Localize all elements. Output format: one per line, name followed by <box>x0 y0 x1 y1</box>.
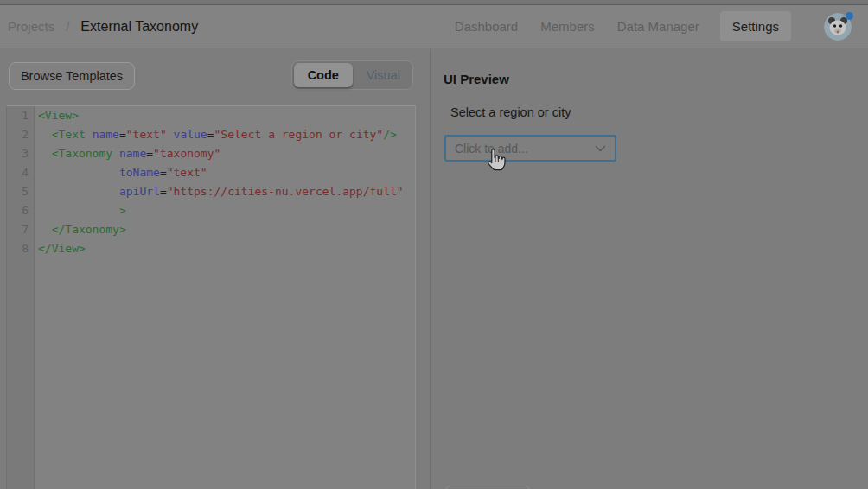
line-number: 3 <box>7 147 34 166</box>
user-avatar[interactable] <box>824 13 852 41</box>
nav-item-settings[interactable]: Settings <box>720 11 791 41</box>
line-number: 1 <box>7 109 34 128</box>
code-line[interactable]: <View> <box>38 109 415 128</box>
labeling-config-code-editor[interactable]: 12345678 <View> <Text name="text" value=… <box>6 105 416 489</box>
code-line[interactable]: <Taxonomy name="taxonomy" <box>38 147 415 166</box>
toggle-option-visual[interactable]: Visual <box>354 61 413 89</box>
line-number: 6 <box>7 204 34 223</box>
editor-code[interactable]: <View> <Text name="text" value="Select a… <box>35 106 415 489</box>
top-navigation-bar: Projects / External Taxonomy Dashboard M… <box>0 5 868 48</box>
line-number: 8 <box>7 242 34 261</box>
line-number: 5 <box>7 185 34 204</box>
code-line[interactable]: <Text name="text" value="Select a region… <box>38 128 415 147</box>
breadcrumb-projects-link[interactable]: Projects <box>8 19 54 34</box>
browse-templates-label: Browse Templates <box>21 69 123 83</box>
line-number: 2 <box>7 128 34 147</box>
nav-item-data-manager[interactable]: Data Manager <box>616 12 701 41</box>
code-line[interactable]: > <box>38 204 415 223</box>
preview-task-text: Select a region or city <box>450 105 571 119</box>
taxonomy-dropdown[interactable]: Click to add... <box>444 135 616 162</box>
project-nav: Dashboard Members Data Manager Settings <box>444 11 868 41</box>
partially-visible-bottom-element <box>446 486 529 489</box>
code-line[interactable]: toName="text" <box>38 166 415 185</box>
breadcrumb: Projects / External Taxonomy <box>0 19 198 35</box>
breadcrumb-separator: / <box>66 19 69 34</box>
toggle-option-code[interactable]: Code <box>294 63 353 87</box>
browse-templates-button[interactable]: Browse Templates <box>9 62 135 90</box>
editor-gutter: 12345678 <box>7 106 35 489</box>
code-line[interactable]: </Taxonomy> <box>38 223 415 242</box>
panel-divider <box>430 49 431 489</box>
chevron-down-icon <box>595 145 606 152</box>
line-number: 4 <box>7 166 34 185</box>
breadcrumb-current-project: External Taxonomy <box>80 19 198 35</box>
code-line[interactable]: </View> <box>38 242 415 261</box>
nav-item-members[interactable]: Members <box>539 12 597 41</box>
ui-preview-title: UI Preview <box>444 72 509 86</box>
online-status-dot <box>846 12 853 20</box>
line-number: 7 <box>7 223 34 242</box>
nav-item-dashboard[interactable]: Dashboard <box>453 12 520 41</box>
dropdown-placeholder: Click to add... <box>455 142 595 156</box>
app-window: Projects / External Taxonomy Dashboard M… <box>0 0 868 489</box>
code-line[interactable]: apiUrl="https://cities-nu.vercel.app/ful… <box>38 185 415 204</box>
code-visual-toggle: Code Visual <box>291 60 413 90</box>
